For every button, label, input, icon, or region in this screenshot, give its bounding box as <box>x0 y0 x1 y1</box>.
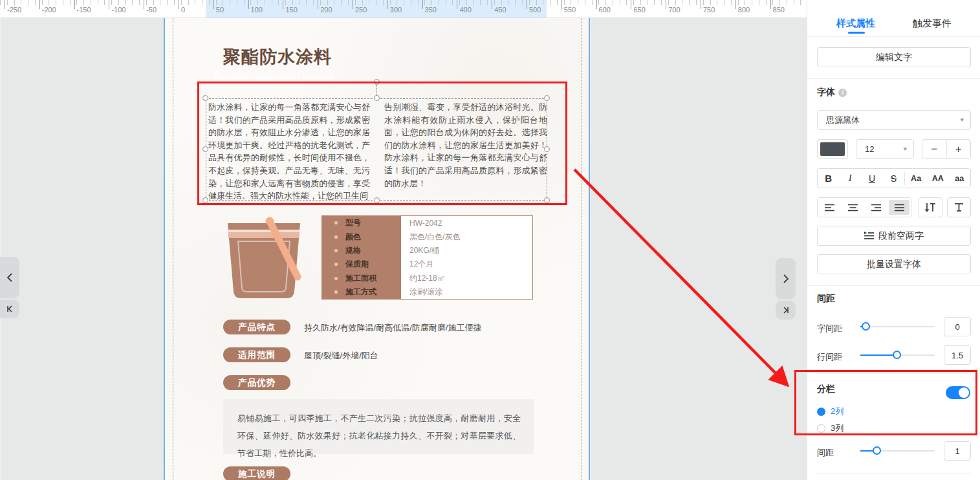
column-gap-input[interactable]: 1 <box>944 441 971 461</box>
bullet-icon <box>334 277 338 280</box>
format-i-button[interactable]: I <box>840 173 862 184</box>
ruler-tick-label: 600 <box>596 6 611 14</box>
ruler-tick-label: -50 <box>144 6 157 14</box>
divider <box>807 285 980 286</box>
spec-label: 颜色 <box>345 232 361 243</box>
ruler-tick-label: 650 <box>631 6 645 14</box>
selection-handle-top-center[interactable] <box>374 95 380 101</box>
tab-trigger-events[interactable]: 触发事件 <box>913 17 952 30</box>
format-aa-button[interactable]: Aa <box>905 174 927 183</box>
rotation-handle[interactable] <box>374 79 380 85</box>
format-u-button[interactable]: U <box>861 173 883 184</box>
ruler-tick-label: 750 <box>701 6 715 14</box>
ruler-tick-label: 100 <box>248 6 263 14</box>
format-b-button[interactable]: B <box>818 173 840 184</box>
construction-badge: 施工说明 <box>223 466 290 480</box>
first-page-button[interactable] <box>0 300 19 318</box>
indent-first-line-button[interactable]: 段前空两字 <box>817 226 971 246</box>
selection-handle-bottom-right[interactable] <box>544 197 550 203</box>
align-left-button[interactable] <box>819 200 840 215</box>
spec-value: 涂刷/滚涂 <box>401 285 442 299</box>
spec-label-cell: 型号 <box>322 216 401 230</box>
spec-table-row: 颜色黑色/白色/灰色 <box>322 230 532 243</box>
slider-knob[interactable] <box>893 351 901 359</box>
chevron-right-icon <box>782 274 790 284</box>
align-right-button[interactable] <box>866 200 886 215</box>
selection-handle-mid-right[interactable] <box>544 146 550 152</box>
align-justify-button[interactable] <box>889 200 909 215</box>
ruler-tick-label: -100 <box>109 6 125 14</box>
ruler-tick-label: 0 <box>179 6 185 14</box>
spacing-label-text: 间距 <box>817 293 835 305</box>
line-spacing-input[interactable]: 1.5 <box>944 345 971 365</box>
document-page[interactable]: 聚酯防水涂料 Polyester Waterproof Coating 防水涂料… <box>165 18 589 480</box>
selection-handle-mid-left[interactable] <box>202 146 208 152</box>
spec-table-row: 施工方式涂刷/滚涂 <box>322 285 532 299</box>
subtitle-banner: Polyester Waterproof Coating <box>206 71 566 85</box>
column-gap-slider[interactable] <box>860 450 935 452</box>
text-selection-box[interactable] <box>206 98 547 201</box>
column-gap-label: 间距 <box>817 447 834 459</box>
align-center-button[interactable] <box>842 200 863 215</box>
editor-canvas[interactable]: 聚酯防水涂料 Polyester Waterproof Coating 防水涂料… <box>0 18 807 480</box>
format-aa-button[interactable]: aa <box>948 174 970 183</box>
selection-handle-top-right[interactable] <box>544 95 550 101</box>
line-spacing-label: 行间距 <box>817 351 842 363</box>
font-color-picker[interactable] <box>817 139 848 159</box>
batch-set-font-button[interactable]: 批量设置字体 <box>817 254 971 274</box>
columns-section-label: 分栏 <box>817 384 835 395</box>
next-page-button[interactable] <box>776 258 796 300</box>
columns-option-2列[interactable]: 2列 <box>817 406 844 417</box>
text-direction-icon <box>954 202 964 212</box>
slider-knob[interactable] <box>862 322 870 331</box>
spec-value: 12个月 <box>401 257 433 271</box>
feature-text: 持久防水/有效降温/耐高低温/防腐耐磨/施工便捷 <box>304 322 481 334</box>
toggle-knob <box>959 387 969 398</box>
slider-knob[interactable] <box>873 446 881 455</box>
selection-handle-bottom-left[interactable] <box>202 197 208 203</box>
edit-text-button[interactable]: 编辑文字 <box>817 47 971 67</box>
font-size-select[interactable]: 12 ▾ <box>856 139 914 159</box>
selection-handle-top-left[interactable] <box>202 95 208 101</box>
advantage-badge: 产品优势 <box>223 375 290 390</box>
prev-page-button[interactable] <box>0 257 19 298</box>
columns-toggle[interactable] <box>946 386 970 399</box>
page-title: 聚酯防水涂料 <box>223 45 332 69</box>
page-nav-right-group <box>776 258 796 320</box>
text-direction-button[interactable] <box>947 197 971 217</box>
vertical-text-icon <box>925 202 936 212</box>
info-icon[interactable]: i <box>838 89 847 97</box>
font-size-decrease-button[interactable]: − <box>922 140 947 158</box>
letter-spacing-input[interactable]: 0 <box>944 317 971 336</box>
vertical-text-button[interactable] <box>919 197 942 217</box>
last-page-button[interactable] <box>776 301 796 320</box>
align-right-icon <box>871 204 881 212</box>
letter-spacing-slider[interactable] <box>860 326 935 327</box>
ruler-tick-label: 700 <box>666 6 680 14</box>
scope-text: 屋顶/裂缝/外墙/阳台 <box>304 350 378 362</box>
horizontal-ruler: -250-200-150-100-50050100150200250300350… <box>0 0 807 18</box>
advantage-box: 易铺易施工，可四季施工，不产生二次污染；抗拉强度高，耐磨耐用，安全环保、延伸好、… <box>223 399 534 454</box>
format-aa-button[interactable]: AA <box>927 174 949 183</box>
spec-label-cell: 颜色 <box>322 230 401 243</box>
ruler-tick-label: -250 <box>5 6 21 14</box>
spec-table-row: 型号HW-2042 <box>322 216 532 230</box>
text-format-group: BIUSAaAAaa <box>817 168 971 188</box>
ruler-tick-label: 300 <box>387 6 402 14</box>
spec-label-cell: 保质期 <box>322 257 401 271</box>
line-spacing-slider[interactable] <box>860 355 935 356</box>
columns-option-3列[interactable]: 3列 <box>817 422 844 434</box>
page-edge-guide-left <box>164 18 165 480</box>
selection-handle-bottom-center[interactable] <box>374 197 380 203</box>
ruler-ticks <box>0 0 807 5</box>
format-s-button[interactable]: S <box>883 173 905 184</box>
font-family-select[interactable]: 思源黑体 ▾ <box>817 110 971 130</box>
font-size-increase-button[interactable]: + <box>947 140 971 158</box>
tab-style-properties[interactable]: 样式属性 <box>836 17 875 30</box>
radio-icon <box>817 408 825 416</box>
spec-table[interactable]: 型号HW-2042颜色黑色/白色/灰色规格20KG/桶保质期12个月施工面积约1… <box>321 215 533 300</box>
divider <box>807 78 980 79</box>
ruler-tick-label: 150 <box>283 6 297 14</box>
radio-icon <box>817 424 825 433</box>
paint-bucket-illustration <box>219 215 312 303</box>
